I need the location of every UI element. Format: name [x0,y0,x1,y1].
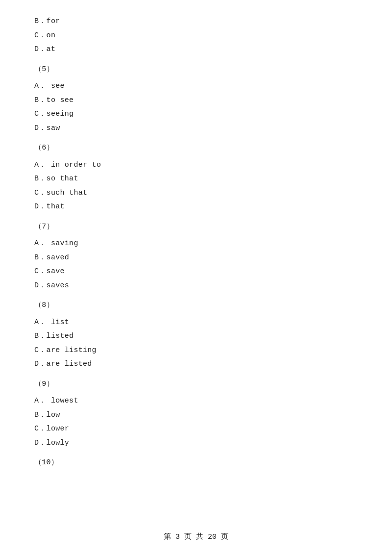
page-content: B．for C．on D．at （5） A． see B．to see C．se… [0,0,392,501]
question-5: （5） [34,63,358,77]
question-8: （8） [34,299,358,313]
option-d8: D．are listed [34,357,358,372]
question-6: （6） [34,141,358,155]
option-c-on: C．on [34,29,358,43]
option-a9: A． lowest [34,394,358,408]
option-d6: D．that [34,200,358,214]
option-b5: B．to see [34,94,358,108]
option-c8: C．are listing [34,344,358,358]
option-d9: D．lowly [34,436,358,451]
option-b7: B．saved [34,251,358,265]
option-c9: C．lower [34,422,358,436]
question-9: （9） [34,378,358,392]
option-c7: C．save [34,265,358,279]
option-c5: C．seeing [34,107,358,122]
option-d7: D．saves [34,279,358,293]
option-c6: C．such that [34,186,358,201]
option-d5: D．saw [34,122,358,136]
option-a8: A． list [34,316,358,330]
page-footer: 第 3 页 共 20 页 [0,532,392,541]
option-b9: B．low [34,408,358,423]
option-b-for: B．for [34,15,358,29]
option-b6: B．so that [34,172,358,186]
option-b8: B．listed [34,329,358,344]
option-a6: A． in order to [34,158,358,173]
option-d-at: D．at [34,43,358,57]
option-a5: A． see [34,79,358,94]
option-a7: A． saving [34,237,358,251]
question-7: （7） [34,220,358,234]
question-10: （10） [34,456,358,470]
